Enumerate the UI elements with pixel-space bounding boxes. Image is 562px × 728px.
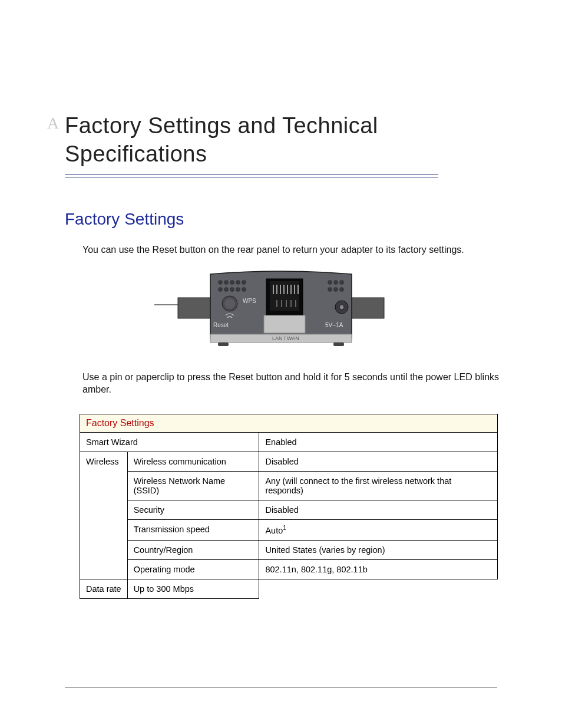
- svg-point-17: [334, 280, 338, 284]
- title-rule: [65, 174, 438, 177]
- svg-point-13: [230, 287, 234, 291]
- svg-point-20: [334, 287, 338, 291]
- table-cell-param: Operating mode: [127, 559, 259, 579]
- table-cell-value: United States (varies by region): [259, 540, 498, 559]
- table-row: Operating mode802.11n, 802.11g, 802.11b: [80, 559, 498, 579]
- table-cell-value: Any (will connect to the first wireless …: [259, 471, 498, 500]
- svg-point-21: [340, 287, 344, 291]
- svg-rect-39: [264, 315, 305, 333]
- svg-point-18: [340, 280, 344, 284]
- table-cell-value: 802.11n, 802.11g, 802.11b: [259, 559, 498, 579]
- table-cell-group: Wireless: [80, 452, 128, 579]
- svg-point-8: [230, 280, 234, 284]
- table-cell-param: Wireless communication: [127, 452, 259, 471]
- table-row: Wireless Network Name (SSID)Any (will co…: [80, 471, 498, 500]
- svg-rect-2: [352, 298, 384, 318]
- table-cell-param: Security: [127, 500, 259, 519]
- reset-label: Reset: [213, 322, 229, 328]
- appendix-letter: A: [47, 114, 59, 133]
- section-heading: Factory Settings: [65, 210, 527, 229]
- table-row: Transmission speedAuto1: [80, 519, 498, 540]
- svg-rect-4: [218, 342, 229, 346]
- table-cell-value: Disabled: [259, 500, 498, 519]
- svg-point-41: [339, 305, 344, 309]
- svg-point-7: [224, 280, 229, 284]
- svg-point-9: [236, 280, 240, 284]
- device-illustration: WPS Reset LAN / WAN: [35, 268, 527, 353]
- svg-rect-1: [178, 298, 210, 318]
- table-cell-param: Transmission speed: [127, 519, 259, 540]
- svg-point-10: [242, 280, 246, 284]
- table-row: Country/RegionUnited States (varies by r…: [80, 540, 498, 559]
- table-cell-value: Up to 300 Mbps: [127, 579, 259, 598]
- svg-rect-5: [333, 342, 344, 346]
- table-cell-param: Country/Region: [127, 540, 259, 559]
- footer-rule: [65, 687, 497, 688]
- page-title: Factory Settings and Technical Specifica…: [65, 112, 527, 168]
- svg-point-12: [224, 287, 229, 291]
- table-cell-value: Auto1: [259, 519, 498, 540]
- svg-point-11: [219, 287, 223, 291]
- intro-paragraph: You can use the Reset button on the rear…: [82, 243, 527, 256]
- svg-point-14: [236, 287, 240, 291]
- svg-point-16: [328, 280, 332, 284]
- table-row: Data rateUp to 300 Mbps: [80, 579, 498, 598]
- table-row: Smart WizardEnabled: [80, 432, 498, 452]
- table-row: WirelessWireless communicationDisabled: [80, 452, 498, 471]
- svg-point-6: [219, 280, 223, 284]
- power-label: 5V⎓1A: [325, 322, 343, 328]
- port-label: LAN / WAN: [272, 335, 299, 341]
- svg-point-15: [242, 287, 246, 291]
- wps-label: WPS: [243, 298, 256, 304]
- table-header: Factory Settings: [80, 414, 498, 432]
- instruction-paragraph: Use a pin or paperclip to press the Rese…: [82, 371, 527, 396]
- table-cell-group: Smart Wizard: [80, 432, 259, 452]
- svg-point-19: [328, 287, 332, 291]
- table-cell-value: Enabled: [259, 432, 498, 452]
- table-cell-value: Disabled: [259, 452, 498, 471]
- svg-point-23: [224, 298, 235, 309]
- table-cell-param: Data rate: [80, 579, 128, 598]
- factory-settings-table: Factory Settings Smart WizardEnabledWire…: [80, 414, 498, 599]
- table-cell-param: Wireless Network Name (SSID): [127, 471, 259, 500]
- table-row: SecurityDisabled: [80, 500, 498, 519]
